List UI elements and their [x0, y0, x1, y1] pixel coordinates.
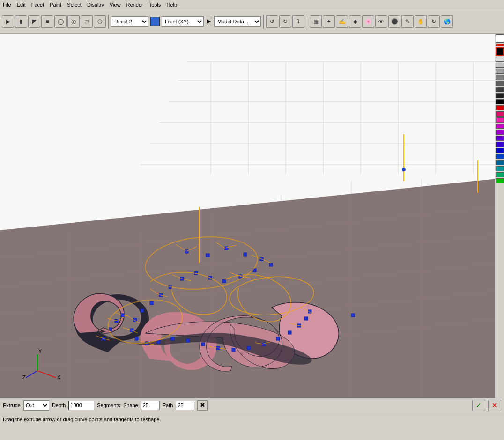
tool-circle[interactable]: ◯	[54, 15, 67, 28]
svg-rect-33	[225, 247, 228, 250]
hand-btn[interactable]: ✋	[415, 15, 427, 28]
color-gray-1[interactable]	[496, 57, 504, 62]
toolbar-sep-2	[263, 15, 264, 29]
color-gray-3[interactable]	[496, 69, 504, 74]
toolbar-sep-1	[108, 15, 109, 29]
menu-display[interactable]: Display	[84, 1, 107, 8]
depth-label: Depth	[52, 403, 66, 408]
redo2-button[interactable]: ⤵	[292, 15, 304, 28]
svg-rect-45	[150, 301, 153, 305]
color-chip[interactable]	[150, 17, 160, 26]
svg-rect-32	[206, 254, 209, 257]
color-teal[interactable]	[496, 166, 504, 171]
svg-rect-49	[135, 337, 138, 340]
globe-btn[interactable]: 🌎	[441, 15, 453, 28]
color-blue[interactable]	[496, 148, 504, 153]
svg-rect-39	[222, 279, 226, 283]
menu-paint[interactable]: Paint	[47, 1, 64, 8]
path-input[interactable]	[176, 401, 194, 410]
color-indigo[interactable]	[496, 142, 504, 147]
path-label: Path	[163, 403, 173, 408]
color-crimson[interactable]	[496, 111, 504, 117]
svg-rect-34	[244, 253, 247, 256]
color-red[interactable]	[496, 105, 504, 110]
brush-tip-btn[interactable]: ✎	[401, 15, 414, 28]
status-message: Drag the extrude arrow or drag curve poi…	[3, 417, 161, 422]
tool-decal[interactable]: ⬠	[94, 15, 106, 28]
histogram-btn[interactable]: ▦	[310, 15, 322, 28]
menu-file[interactable]: File	[0, 1, 14, 8]
menu-select[interactable]: Select	[64, 1, 84, 8]
cancel-button[interactable]: ✕	[488, 400, 501, 411]
tool-donut[interactable]: ◎	[67, 15, 80, 28]
paint-btn[interactable]: 🌸	[362, 15, 374, 28]
segments-shape-input[interactable]	[141, 401, 160, 410]
sphere-btn[interactable]: ⚫	[388, 15, 400, 28]
color-blue-2[interactable]	[496, 154, 504, 159]
menu-render[interactable]: Render	[124, 1, 146, 8]
color-red-strip[interactable]	[496, 44, 504, 46]
color-teal-blue[interactable]	[496, 160, 504, 165]
toolbar: ▶ ▮ ◤ ■ ◯ ◎ □ ⬠ Decal-2 Front (XY) ▶ Mod…	[0, 9, 504, 34]
svg-rect-31	[185, 250, 188, 253]
svg-point-30	[402, 168, 406, 171]
depth-input[interactable]	[68, 401, 94, 410]
menu-facet[interactable]: Facet	[29, 1, 47, 8]
svg-text:X: X	[57, 374, 61, 380]
main-area: Y X Z	[0, 34, 504, 398]
color-gray-5[interactable]	[496, 81, 504, 86]
menu-help[interactable]: Help	[163, 1, 180, 8]
svg-text:Z: Z	[22, 374, 26, 380]
view-icon[interactable]: ▶	[205, 17, 213, 26]
color-violet[interactable]	[496, 130, 504, 135]
color-gray-7[interactable]	[496, 93, 504, 98]
menubar: File Edit Facet Paint Select Display Vie…	[0, 0, 504, 9]
svg-rect-46	[141, 309, 144, 312]
viewport[interactable]: Y X Z	[0, 34, 495, 398]
toolbar-sep-3	[307, 15, 307, 29]
menu-view[interactable]: View	[107, 1, 124, 8]
ok-button[interactable]: ✓	[472, 400, 485, 411]
color-black-2[interactable]	[496, 99, 504, 104]
svg-rect-60	[288, 331, 291, 334]
svg-rect-62	[304, 317, 308, 320]
svg-rect-57	[247, 346, 251, 350]
scene-svg: Y X Z	[0, 34, 495, 398]
color-gray-6[interactable]	[496, 87, 504, 92]
color-gray-2[interactable]	[496, 63, 504, 68]
segments-label: Segments: Shape	[97, 403, 138, 408]
tool-brush[interactable]: ◤	[28, 15, 40, 28]
tool-lasso[interactable]: ▮	[15, 15, 27, 28]
menu-edit[interactable]: Edit	[14, 1, 29, 8]
color-green[interactable]	[496, 178, 504, 183]
tool-mask[interactable]: ■	[41, 15, 53, 28]
svg-rect-51	[157, 340, 160, 344]
tool-select[interactable]: ▶	[2, 15, 14, 28]
svg-rect-68	[351, 314, 355, 317]
eye-btn[interactable]: 👁	[375, 15, 387, 28]
smudge-btn[interactable]: ✍	[336, 15, 348, 28]
color-gray-4[interactable]	[496, 75, 504, 80]
wand-btn[interactable]: ✦	[323, 15, 335, 28]
rotate-btn[interactable]: ↻	[428, 15, 440, 28]
color-white[interactable]	[496, 34, 504, 43]
view-dropdown[interactable]: Front (XY)	[162, 16, 204, 27]
undo-button[interactable]: ↺	[266, 15, 278, 28]
svg-rect-53	[186, 339, 190, 342]
svg-rect-36	[269, 263, 273, 266]
color-purple[interactable]	[496, 136, 504, 141]
color-green-teal[interactable]	[496, 172, 504, 177]
color-magenta[interactable]	[496, 124, 504, 129]
svg-rect-59	[276, 337, 280, 340]
redo-button[interactable]: ↻	[279, 15, 291, 28]
svg-rect-56	[232, 348, 235, 352]
blur-btn[interactable]: ◆	[349, 15, 361, 28]
options-btn[interactable]: ✖	[197, 400, 208, 411]
extrude-direction[interactable]: Out In Both	[23, 400, 49, 411]
model-dropdown[interactable]: Model-Defa...	[214, 16, 261, 27]
decal-dropdown[interactable]: Decal-2	[111, 16, 148, 27]
tool-plane[interactable]: □	[81, 15, 93, 28]
color-black[interactable]	[496, 47, 504, 56]
menu-tools[interactable]: Tools	[146, 1, 164, 8]
color-hot-pink[interactable]	[496, 117, 504, 123]
